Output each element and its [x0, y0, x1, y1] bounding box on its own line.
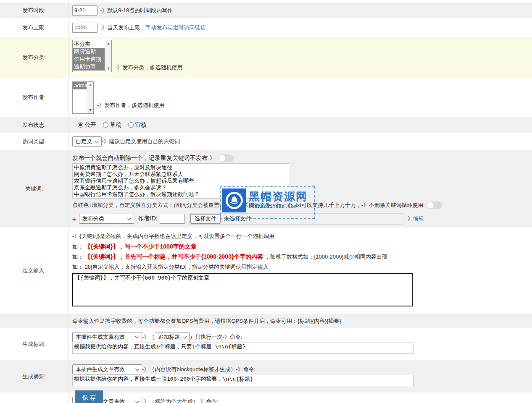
publish-category-multiselect[interactable]: 不分类网贷逾期信用卡逾期逾期协商 — [72, 40, 112, 72]
row-hot-word-type: 热词类型: 自定义 -》建议自定义使用自己的关键词 — [0, 133, 532, 150]
publish-time-input[interactable] — [72, 5, 97, 16]
row-publish-time: 发布时段: -》默认9-18点的时间段内写作 — [0, 3, 532, 18]
publish-author-label: 发布作者: — [0, 78, 68, 117]
publish-limit-hint: -》当天发布上限， — [100, 24, 145, 31]
radio-unselected-icon — [103, 122, 108, 128]
define-input-textarea[interactable]: 【{关键词}】，并写不少于{600-900}个字的原创文章 — [72, 273, 413, 306]
keywords-label: 关键词: — [0, 150, 68, 228]
keywords-note-text: 点红色+增加分类，自定义独立分类方式：(相同分类会被覆盖)，支持txt关键词文件… — [72, 202, 425, 209]
gen-summary-command-textarea[interactable]: 根据我提供给你的内容，直接生成一段100-200个字的摘要，\n\n{标题} — [72, 375, 413, 386]
keyword-category-select[interactable]: 发布分类 — [79, 214, 134, 224]
select-option[interactable]: 网贷逾期 — [73, 48, 105, 55]
gen-summary-mid: -》（内容没有blockquote标签才生成）-》命令: — [142, 366, 255, 373]
gen-summary-mode-select[interactable]: 本插件生成文章有效 — [72, 364, 142, 374]
row-keywords: 关键词: 发布一个就会自动删除一个，记录重复关键词不发布-》 中原消费逾期了怎么… — [0, 150, 532, 228]
save-button[interactable]: 保 存 — [75, 390, 103, 403]
row-publish-limit: 发布上限: -》当天发布上限， 手动发布与定时访问链接 — [0, 18, 532, 37]
scroll-down-icon[interactable] — [89, 109, 92, 111]
plugin-settings-page: 发布时段: -》默认9-18点的时间段内写作 发布上限: -》当天发布上限， 手… — [0, 0, 532, 403]
publish-limit-label: 发布上限: — [0, 18, 68, 37]
author-id-label: 作者ID: — [138, 215, 158, 222]
auto-delete-text: 发布一个就会自动删除一个，记录重复关键词不发布-》 — [72, 154, 216, 162]
chevron-down-icon — [127, 216, 131, 220]
hot-word-type-label: 热词类型: — [0, 133, 68, 150]
publish-author-hint: -》发布作者，多选随机使用 — [97, 102, 164, 109]
select-option[interactable]: 逾期协商 — [73, 63, 105, 71]
define-input-line1: -》{关键词}是必须的，生成内容字数也在这里定义，可以设置多个一行一个随机调用 — [72, 233, 532, 240]
row-gen-title: 生成标题: 本插件生成文章有效 -》（ 追加标题 ）只执行一次-》命令: 根据我… — [0, 328, 532, 360]
hot-word-type-hint: -》建议自定义使用自己的关键词 — [102, 138, 180, 145]
keywords-textarea[interactable]: 中原消费逾期了怎么办，应对及解决途径 网商贷逾期了怎么办，几天会联系紧急联系人 … — [72, 163, 289, 199]
define-input-label: 定义输入: — [0, 228, 68, 314]
radio-review[interactable]: 审核 — [128, 121, 147, 129]
row-publish-category: 发布分类: 不分类网贷逾期信用卡逾期逾期协商 -》发布分类，多选随机使用 — [0, 37, 532, 78]
gen-title-append-value: 追加标题 — [158, 333, 180, 341]
row-gen-summary: 生成摘要: 本插件生成文章有效 -》（内容没有blockquote标签才生成）-… — [0, 360, 532, 393]
example3-text: 28|自定义输入，支持输入开头指定分类ID|，指定分类的关键词使用指定输入 — [85, 264, 269, 270]
publish-limit-input[interactable] — [72, 23, 97, 33]
radio-selected-icon — [78, 122, 83, 128]
publish-category-hint: -》发布分类，多选随机使用 — [115, 64, 182, 71]
row-define-input: 定义输入: -》{关键词}是必须的，生成内容字数也在这里定义，可以设置多个一行一… — [0, 228, 532, 314]
hot-word-type-value: 自定义 — [76, 138, 92, 145]
row-command-note: 命令输入也是按字收费的，每个功能都会叠加QPS与费用，请根据QPS条件开启，命令… — [0, 314, 532, 328]
gen-title-mid2: ）只执行一次-》命令: — [190, 333, 242, 341]
manual-publish-link[interactable]: 手动发布与定时访问链接 — [145, 24, 205, 31]
gen-title-mode-select[interactable]: 本插件生成文章有效 — [72, 332, 142, 342]
select-option[interactable]: admin — [73, 82, 87, 89]
edit-arrow: -》 — [406, 215, 413, 222]
hot-word-type-select[interactable]: 自定义 — [72, 136, 102, 147]
scroll-up-icon[interactable] — [107, 42, 110, 44]
radio-unselected-icon — [128, 122, 134, 128]
add-category-button[interactable]: + — [72, 215, 76, 222]
choose-file-button[interactable]: 选择文件 — [190, 214, 221, 224]
publish-status-label: 发布状态: — [0, 117, 68, 133]
example-prefix: 如： — [72, 264, 83, 270]
keyword-cycle-toggle[interactable] — [427, 202, 442, 209]
gen-summary-mode-value: 本插件生成文章有效 — [76, 366, 125, 373]
chevron-down-icon — [135, 399, 140, 403]
gen-title-label: 生成标题: — [0, 328, 68, 360]
gen-title-append-select[interactable]: 追加标题 — [155, 332, 190, 342]
scroll-down-icon[interactable] — [107, 68, 110, 70]
example2-red: 【{关键词}】，首先写一个标题，并写不少于{1000-2000}个字的内容 — [85, 253, 263, 260]
keyword-file-input[interactable]: 选择文件 未选择文件 — [189, 213, 403, 225]
row-publish-author: 发布作者: admin -》发布作者，多选随机使用 — [0, 78, 532, 117]
author-id-input[interactable] — [160, 214, 185, 224]
publish-time-hint: -》默认9-18点的时间段内写作 — [100, 7, 173, 14]
radio-public[interactable]: 公开 — [78, 121, 96, 129]
keyword-category-value: 发布分类 — [82, 215, 104, 222]
select-option[interactable]: 信用卡逾期 — [73, 55, 105, 63]
publish-category-label: 发布分类: — [0, 37, 68, 78]
example-prefix: 如： — [72, 243, 83, 250]
chevron-down-icon — [135, 335, 140, 339]
gen-title-mode-value: 本插件生成文章有效 — [76, 333, 125, 341]
scroll-up-icon[interactable] — [89, 84, 92, 86]
example1-red: 【{关键词}】，写一个不少于1000字的文章 — [85, 243, 197, 250]
multiselect-scrollbar[interactable] — [105, 40, 111, 72]
publish-time-label: 发布时段: — [0, 3, 68, 18]
chevron-down-icon — [95, 139, 99, 143]
example2-rest: ，随机字数格式如：{1000-2000}减少相同内容出现 — [265, 254, 387, 260]
select-option[interactable]: 不分类 — [73, 40, 105, 48]
chevron-down-icon — [183, 335, 187, 339]
gen-title-command-textarea[interactable]: 根据我提供给你的内容，直接生成1个标题，只要1个标题 \n\n{标题} — [72, 343, 413, 354]
chevron-down-icon — [135, 367, 140, 371]
example-prefix: 如： — [72, 254, 83, 260]
multiselect-scrollbar[interactable] — [87, 82, 93, 113]
publish-author-multiselect[interactable]: admin — [72, 81, 94, 114]
auto-delete-toggle[interactable] — [218, 154, 234, 162]
radio-draft[interactable]: 草稿 — [103, 121, 121, 129]
command-note-text: 命令输入也是按字收费的，每个功能都会叠加QPS与费用，请根据QPS条件开启，命令… — [72, 317, 341, 325]
edit-link[interactable]: 编辑 — [413, 215, 424, 222]
radio-review-label: 审核 — [135, 121, 147, 129]
gen-title-mid1: -》（ — [142, 333, 155, 341]
radio-draft-label: 草稿 — [110, 121, 121, 129]
radio-public-label: 公开 — [84, 121, 96, 129]
row-publish-status: 发布状态: 公开 草稿 审核 — [0, 117, 532, 133]
file-status-text: 未选择文件 — [224, 215, 251, 222]
gen-tag-hint: -》（标签为空才生成）-》命令: — [142, 398, 218, 403]
gen-summary-label: 生成摘要: — [0, 360, 68, 393]
